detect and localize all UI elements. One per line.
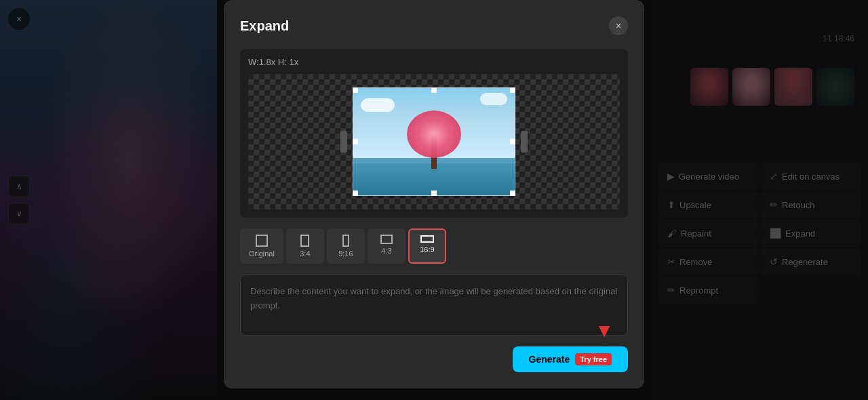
aspect-9-16-button[interactable]: 9:16 <box>327 228 365 264</box>
main-preview-image <box>353 87 515 196</box>
aspect-3-4-button[interactable]: 3:4 <box>286 228 324 264</box>
aspect-4-3-label: 4:3 <box>381 247 391 255</box>
image-container <box>353 87 515 196</box>
expand-modal: Expand × W:1.8x H: 1x <box>224 0 644 388</box>
modal-header: Expand × <box>240 16 628 35</box>
aspect-original-button[interactable]: Original <box>240 228 283 264</box>
original-icon <box>256 235 268 247</box>
modal-close-button[interactable]: × <box>609 16 628 35</box>
modal-title: Expand <box>240 18 289 34</box>
preview-canvas <box>248 74 620 209</box>
try-free-badge: Try free <box>575 353 612 365</box>
modal-overlay: Expand × W:1.8x H: 1x <box>0 0 868 400</box>
4-3-icon <box>380 235 393 244</box>
preview-area: W:1.8x H: 1x <box>240 49 628 218</box>
aspect-4-3-button[interactable]: 4:3 <box>368 228 406 264</box>
aspect-3-4-label: 3:4 <box>300 249 310 258</box>
aspect-ratio-buttons: Original 3:4 9:16 4:3 <box>240 228 628 264</box>
arrow-indicator: ▼ <box>595 321 614 340</box>
aspect-16-9-button[interactable]: 16:9 <box>408 228 446 264</box>
left-resize-handle[interactable] <box>340 131 347 153</box>
aspect-original-label: Original <box>249 249 275 258</box>
generate-row: Generate Try free <box>240 346 628 372</box>
prompt-placeholder-text: Describe the content you want to expand,… <box>250 285 618 325</box>
3-4-icon <box>300 235 309 247</box>
prompt-area[interactable]: Describe the content you want to expand,… <box>240 275 628 336</box>
generate-label: Generate <box>529 354 570 365</box>
aspect-16-9-label: 16:9 <box>420 245 434 254</box>
right-resize-handle[interactable] <box>521 131 528 153</box>
generate-button[interactable]: Generate Try free <box>513 346 628 372</box>
preview-label: W:1.8x H: 1x <box>248 57 620 67</box>
aspect-9-16-label: 9:16 <box>338 249 353 258</box>
9-16-icon <box>342 235 349 247</box>
16-9-icon <box>420 235 434 243</box>
